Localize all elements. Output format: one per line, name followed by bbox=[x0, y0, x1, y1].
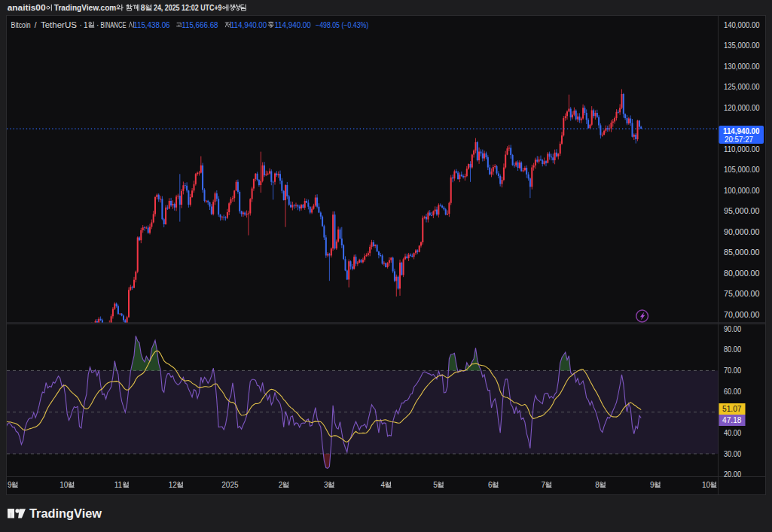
svg-text:12: 12 bbox=[169, 481, 178, 489]
svg-text:80.00: 80.00 bbox=[724, 345, 741, 354]
svg-text:4: 4 bbox=[381, 481, 386, 489]
svg-text:115,438.06: 115,438.06 bbox=[133, 21, 170, 29]
svg-text:TetherUS: TetherUS bbox=[41, 21, 77, 29]
svg-text:·: · bbox=[79, 21, 81, 29]
svg-text:80,000.00: 80,000.00 bbox=[724, 269, 760, 278]
svg-text:10: 10 bbox=[702, 481, 711, 489]
svg-text:100,000.00: 100,000.00 bbox=[724, 187, 760, 195]
svg-text:6: 6 bbox=[488, 481, 493, 489]
svg-text:114,940.00: 114,940.00 bbox=[723, 126, 760, 135]
svg-text:140,000.00: 140,000.00 bbox=[724, 21, 760, 29]
svg-text:125,000.00: 125,000.00 bbox=[724, 83, 760, 91]
svg-text:85,000.00: 85,000.00 bbox=[724, 248, 760, 257]
svg-text:20:57:27: 20:57:27 bbox=[725, 135, 753, 144]
svg-text:90,000.00: 90,000.00 bbox=[724, 228, 760, 236]
svg-text:105,000.00: 105,000.00 bbox=[724, 166, 760, 174]
svg-text:Bitcoin: Bitcoin bbox=[11, 21, 31, 29]
svg-text:BINANCE: BINANCE bbox=[101, 21, 127, 29]
svg-text:130,000.00: 130,000.00 bbox=[724, 62, 760, 71]
svg-text:9: 9 bbox=[650, 481, 655, 489]
svg-text:3: 3 bbox=[324, 481, 328, 489]
svg-text:anaitis00: anaitis00 bbox=[8, 3, 46, 12]
svg-text:TradingView.com: TradingView.com bbox=[54, 3, 117, 12]
svg-text:9: 9 bbox=[8, 481, 12, 489]
svg-text:47.18: 47.18 bbox=[722, 416, 742, 424]
svg-text:40.00: 40.00 bbox=[724, 429, 741, 437]
svg-text:51.07: 51.07 bbox=[722, 405, 742, 413]
svg-text:120,000.00: 120,000.00 bbox=[724, 104, 760, 112]
svg-text:TradingView: TradingView bbox=[29, 506, 102, 520]
svg-text:30.00: 30.00 bbox=[724, 450, 741, 458]
svg-text:24, 2025 12:02 UTC+9: 24, 2025 12:02 UTC+9 bbox=[154, 3, 222, 12]
svg-text:7: 7 bbox=[542, 481, 546, 489]
svg-text:75,000.00: 75,000.00 bbox=[724, 290, 760, 298]
svg-text:70,000.00: 70,000.00 bbox=[724, 311, 760, 319]
svg-text:110,000.00: 110,000.00 bbox=[724, 145, 760, 154]
svg-text:1: 1 bbox=[84, 21, 88, 29]
svg-text:8: 8 bbox=[595, 481, 600, 489]
svg-text:·: · bbox=[96, 21, 99, 29]
svg-text:60.00: 60.00 bbox=[724, 388, 741, 396]
svg-text:114,940.00: 114,940.00 bbox=[230, 21, 267, 29]
svg-text:−498.05 (−0.43%): −498.05 (−0.43%) bbox=[316, 21, 368, 29]
svg-text:/: / bbox=[35, 21, 37, 29]
svg-text:2025: 2025 bbox=[221, 481, 239, 489]
svg-text:135,000.00: 135,000.00 bbox=[724, 41, 760, 50]
svg-text:2: 2 bbox=[279, 481, 283, 489]
svg-text:8: 8 bbox=[141, 3, 145, 12]
svg-text:95,000.00: 95,000.00 bbox=[724, 207, 760, 215]
svg-text:70.00: 70.00 bbox=[724, 366, 741, 375]
svg-text:20.00: 20.00 bbox=[724, 470, 741, 479]
svg-text:115,666.68: 115,666.68 bbox=[182, 21, 218, 29]
svg-text:5: 5 bbox=[433, 481, 438, 489]
svg-text:114,940.00: 114,940.00 bbox=[274, 21, 311, 29]
svg-text:11: 11 bbox=[114, 481, 123, 489]
svg-text:90.00: 90.00 bbox=[724, 325, 741, 333]
svg-text:10: 10 bbox=[60, 481, 69, 489]
